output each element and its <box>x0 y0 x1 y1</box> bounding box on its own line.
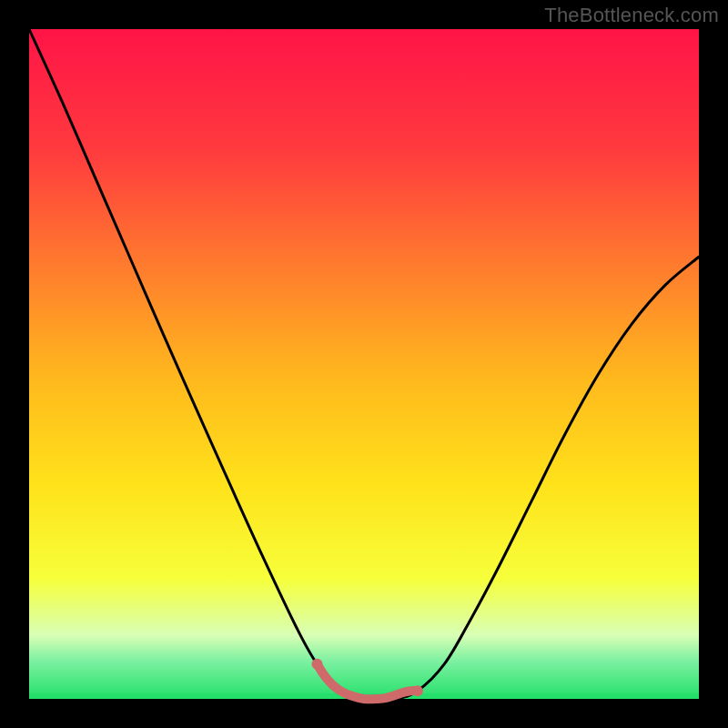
bottleneck-chart <box>0 0 728 728</box>
chart-frame: TheBottleneck.com <box>0 0 728 728</box>
marker-dot-left <box>311 659 322 670</box>
plot-background <box>29 29 699 699</box>
marker-dot-right <box>412 685 423 696</box>
attribution-label: TheBottleneck.com <box>544 4 719 27</box>
